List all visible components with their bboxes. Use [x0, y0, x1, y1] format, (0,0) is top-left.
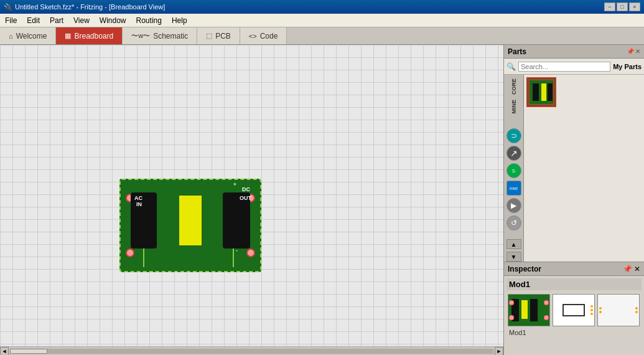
play-icon[interactable]: ▶ [506, 198, 521, 213]
inspector-breadboard-dots-left [599, 307, 602, 313]
breadboard-canvas[interactable]: AC IN DC + OUT - ◄ ► [0, 45, 503, 355]
inspector-header-buttons: 📌 ✕ [623, 265, 640, 273]
menu-edit[interactable]: Edit [22, 15, 45, 26]
svg-point-10 [509, 315, 514, 320]
titlebar: 🔌 Untitled Sketch.fzz* - Fritzing - [Bre… [0, 0, 644, 14]
pin-bottom-right [246, 249, 255, 257]
svg-rect-1 [533, 83, 539, 101]
schematic-icon: 〜w〜 [131, 31, 150, 40]
seeed-icon[interactable]: S [506, 163, 521, 178]
canvas-scrollbar: ◄ ► [0, 346, 503, 355]
label-in: IN [136, 201, 142, 207]
svg-point-11 [544, 300, 549, 305]
minimize-button[interactable]: − [604, 2, 615, 11]
pcb-trace-v2 [233, 249, 234, 267]
svg-point-12 [544, 315, 549, 320]
arduino-icon[interactable]: ⊃ [506, 128, 521, 143]
search-icon: 🔍 [506, 62, 516, 71]
parts-toolbar: 🔍 My Parts [504, 59, 644, 75]
inspector-close-button[interactable]: ✕ [634, 265, 640, 273]
category-mine[interactable]: MINE [510, 98, 518, 115]
main-layout: AC IN DC + OUT - ◄ ► Parts 📌 [0, 45, 644, 355]
inspector-views [506, 293, 642, 328]
parts-content: CORE MINE ⊃ ↗ S intel ▶ ↺ ▲ ▼ [504, 75, 644, 262]
inspector-view-schematic[interactable] [553, 294, 595, 326]
inspector-footer: Mod1 [506, 328, 642, 338]
scroll-left-button[interactable]: ◄ [0, 347, 9, 356]
parts-sidebar: CORE MINE ⊃ ↗ S intel ▶ ↺ ▲ ▼ [504, 75, 524, 262]
dot-r1 [635, 307, 638, 310]
tab-code[interactable]: <> Code [240, 27, 287, 44]
pcb-trace-v1 [143, 249, 144, 267]
part-thumb-svg [528, 78, 555, 106]
label-plus: + [233, 181, 236, 187]
inspector-view-breadboard[interactable] [597, 294, 640, 326]
inspector-header: Inspector 📌 ✕ [504, 262, 644, 276]
scroll-track[interactable] [10, 349, 493, 354]
inspector-schematic-dots [590, 305, 593, 315]
svg-rect-2 [541, 83, 546, 101]
tab-pcb-label: PCB [215, 32, 231, 40]
parts-header: Parts 📌 ✕ [504, 45, 644, 59]
tab-pcb[interactable]: ⬚ PCB [197, 27, 240, 44]
dot-1 [590, 305, 593, 308]
intel-icon[interactable]: intel [506, 181, 521, 196]
menu-routing[interactable]: Routing [131, 15, 167, 26]
close-button[interactable]: × [629, 2, 640, 11]
inspector-pcb-svg [509, 295, 549, 325]
scroll-right-button[interactable]: ► [495, 347, 503, 356]
menubar: File Edit Part View Window Routing Help [0, 14, 644, 27]
menu-file[interactable]: File [0, 15, 22, 26]
nav-down-button[interactable]: ▼ [506, 252, 521, 262]
dot-r2 [635, 311, 638, 313]
app-icon: 🔌 [4, 3, 12, 11]
inspector-view-pcb[interactable] [508, 294, 550, 326]
pin-bottom-left [126, 249, 134, 257]
dot-2 [590, 309, 593, 311]
dot-l1 [599, 307, 602, 310]
part-thumbnail-mod1[interactable] [526, 77, 556, 107]
tab-schematic-label: Schematic [153, 32, 188, 40]
menu-help[interactable]: Help [167, 15, 192, 26]
tab-code-label: Code [260, 32, 278, 40]
tab-welcome-label: Welcome [16, 32, 47, 40]
nav-up-button[interactable]: ▲ [506, 239, 521, 249]
tab-breadboard-label: Breadboard [74, 32, 113, 40]
inspector-breadboard-dots-right [635, 307, 638, 313]
arrow-icon[interactable]: ↗ [506, 146, 521, 161]
inductor [179, 196, 202, 245]
inspector-section: Inspector 📌 ✕ Mod1 [504, 262, 644, 355]
svg-rect-7 [521, 300, 528, 319]
parts-grid-items [526, 77, 642, 107]
menu-part[interactable]: Part [45, 15, 68, 26]
tab-breadboard[interactable]: ▦ Breadboard [56, 27, 123, 44]
menu-window[interactable]: Window [95, 15, 131, 26]
label-minus: - [236, 247, 238, 253]
code-icon: <> [249, 32, 257, 40]
menu-view[interactable]: View [68, 15, 95, 26]
parts-header-buttons: 📌 ✕ [627, 48, 640, 55]
category-core[interactable]: CORE [510, 77, 518, 96]
parts-grid [524, 75, 644, 262]
window-title: 🔌 Untitled Sketch.fzz* - Fritzing - [Bre… [4, 3, 165, 11]
label-ac: AC [134, 195, 142, 201]
inspector-title: Inspector [508, 265, 541, 273]
scroll-thumb[interactable] [10, 349, 47, 354]
dot-l2 [599, 311, 602, 313]
tab-welcome[interactable]: ⌂ Welcome [0, 27, 56, 44]
parts-pin-button[interactable]: 📌 [627, 48, 634, 55]
svg-point-9 [509, 300, 514, 305]
parts-title: Parts [508, 47, 526, 56]
tabbar: ⌂ Welcome ▦ Breadboard 〜w〜 Schematic ⬚ P… [0, 27, 644, 45]
dot-3 [590, 313, 593, 315]
svg-rect-3 [548, 83, 553, 101]
inspector-pin-button[interactable]: 📌 [623, 265, 632, 273]
settings-icon[interactable]: ↺ [506, 215, 521, 230]
search-input[interactable] [518, 62, 610, 72]
my-parts-label: My Parts [613, 63, 642, 70]
parts-close-button[interactable]: ✕ [635, 48, 640, 55]
tab-schematic[interactable]: 〜w〜 Schematic [123, 27, 197, 44]
maximize-button[interactable]: □ [617, 2, 628, 11]
label-dc: DC [242, 186, 250, 192]
pcb-component[interactable]: AC IN DC + OUT - [119, 179, 261, 272]
